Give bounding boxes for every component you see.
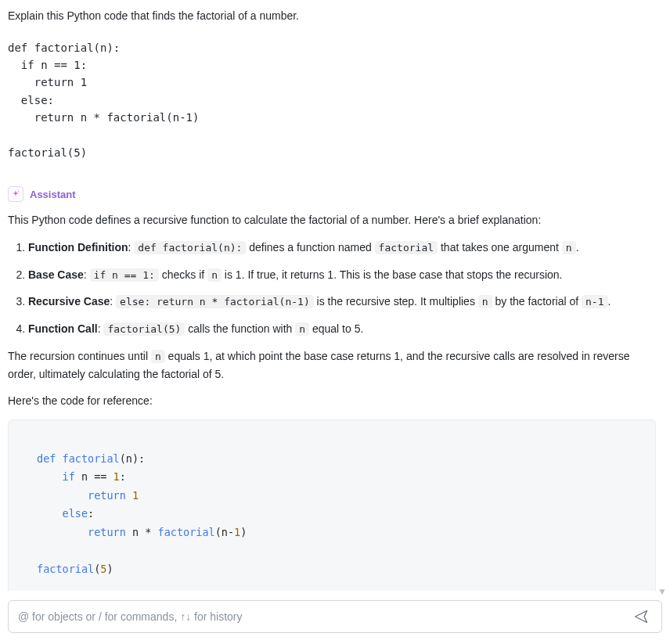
inline-code: n <box>295 322 309 336</box>
list-item: Function Definition: def factorial(n): d… <box>28 239 656 257</box>
assistant-header: Assistant <box>8 186 656 202</box>
explanation-list: Function Definition: def factorial(n): d… <box>8 239 656 338</box>
inline-code: n <box>562 241 576 254</box>
inline-code: n <box>151 350 165 363</box>
inline-code: n <box>207 268 222 282</box>
inline-code: factorial(5) <box>103 322 185 336</box>
assistant-message: This Python code defines a recursive fun… <box>8 211 656 591</box>
assistant-intro: This Python code defines a recursive fun… <box>8 211 656 228</box>
conversation-scroll[interactable]: Explain this Python code that finds the … <box>0 0 670 591</box>
reference-label: Here's the code for reference: <box>8 392 656 409</box>
conclusion-text: The recursion continues until n equals 1… <box>8 347 656 383</box>
list-item: Recursive Case: else: return n * factori… <box>28 293 656 311</box>
inline-code: else: return n * factorial(n-1) <box>116 295 314 308</box>
list-item: Function Call: factorial(5) calls the fu… <box>28 320 656 338</box>
send-icon <box>633 609 649 624</box>
user-code-block: def factorial(n): if n == 1: return 1 el… <box>8 39 656 162</box>
assistant-label: Assistant <box>30 189 76 200</box>
inline-code: n-1 <box>582 295 607 308</box>
chat-input[interactable] <box>18 610 630 623</box>
inline-code: factorial <box>375 241 438 254</box>
list-item: Base Case: if n == 1: checks if n is 1. … <box>28 266 656 284</box>
inline-code: n <box>478 295 492 308</box>
send-button[interactable] <box>630 606 652 628</box>
user-prompt-text: Explain this Python code that finds the … <box>8 8 656 25</box>
code-block: def factorial(n): if n == 1: return 1 el… <box>8 419 656 591</box>
sparkle-icon <box>8 186 23 202</box>
inline-code: if n == 1: <box>90 268 159 282</box>
inline-code: def factorial(n): <box>134 241 246 254</box>
chat-input-row <box>8 600 662 633</box>
user-message: Explain this Python code that finds the … <box>8 8 656 161</box>
